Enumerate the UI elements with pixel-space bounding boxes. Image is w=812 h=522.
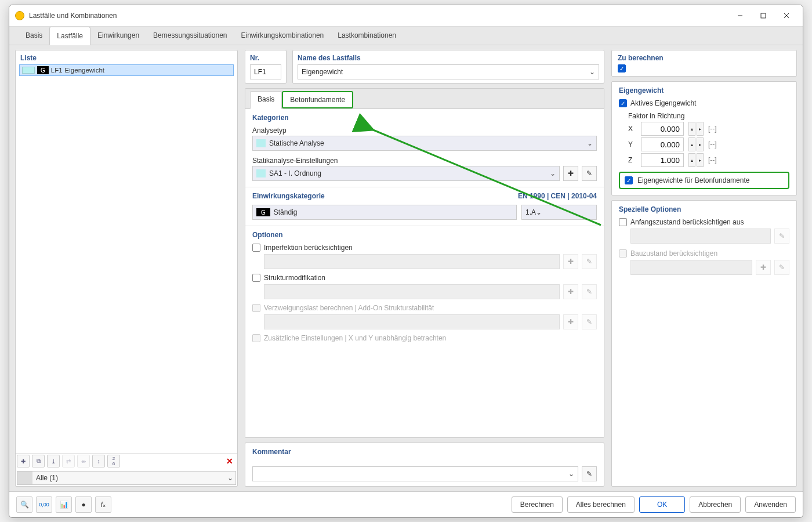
fundamente-checkbox[interactable] [625, 176, 633, 184]
renumber-icon[interactable]: ↕ [92, 455, 105, 467]
subcategory-select[interactable]: 1.A ⌄ [521, 205, 597, 220]
category-code: G [256, 208, 270, 216]
kommentar-edit-icon[interactable]: ✎ [582, 466, 597, 481]
zuberechnen-checkbox[interactable] [618, 64, 626, 72]
spezielle-title: Spezielle Optionen [619, 205, 789, 213]
chevron-down-icon: ⌄ [587, 139, 593, 147]
edit-icon: ✎ [774, 229, 789, 244]
z-input[interactable] [641, 153, 684, 167]
category-chip: G [37, 66, 49, 74]
tab-einwirkungen[interactable]: Einwirkungen [90, 27, 146, 45]
titlebar: Lastfälle und Kombinationen [9, 5, 803, 27]
insert-icon[interactable]: ⤓ [47, 455, 60, 467]
minimize-button[interactable] [730, 9, 751, 23]
script-icon[interactable]: fₓ [95, 496, 111, 513]
step-icon[interactable]: ▸ [697, 122, 704, 136]
anfang-field [630, 229, 771, 244]
statik-select[interactable]: SA1 - I. Ordnung ⌄ [252, 166, 560, 181]
y-input[interactable] [641, 137, 684, 151]
name-value: Eigengewicht [302, 68, 343, 76]
chevron-down-icon: ⌄ [225, 474, 235, 482]
new-icon[interactable]: ✚ [17, 455, 30, 467]
window-title: Lastfälle und Kombinationen [29, 12, 730, 20]
name-dropdown[interactable]: Eigengewicht ⌄ [298, 64, 599, 79]
einwirkung-title: Einwirkungskategorie [252, 192, 325, 200]
imperfektion-label: Imperfektion berücksichtigen [264, 244, 353, 252]
verzweigung-field [264, 314, 560, 329]
record-icon[interactable]: ● [75, 496, 92, 513]
dialog-window: Lastfälle und Kombinationen Basis Lastfä… [9, 5, 803, 518]
x-input[interactable] [641, 122, 684, 136]
anfang-checkbox[interactable] [619, 218, 627, 226]
copy-icon[interactable]: ⧉ [32, 455, 45, 467]
chevron-down-icon: ⌄ [568, 470, 574, 478]
edit-icon: ✎ [582, 314, 597, 329]
link-icon[interactable]: ⇄ [62, 455, 75, 467]
zusatz-label: Zusätzliche Einstellungen | X und Y unab… [264, 334, 446, 342]
edit-icon: ✎ [582, 284, 597, 299]
tab-basis[interactable]: Basis [19, 27, 49, 45]
fundamente-highlight: Eigengewichte für Betonfundamente [619, 172, 789, 189]
units-icon[interactable]: 0,00 [36, 496, 52, 513]
fundamente-label: Eigengewichte für Betonfundamente [637, 176, 749, 184]
new-icon: ✚ [563, 284, 578, 299]
dialog-footer: 🔍 0,00 📊 ● fₓ Berechnen Alles berechnen … [9, 491, 803, 517]
step-icon[interactable]: ▸ [697, 153, 704, 167]
anfang-label: Anfangszustand berücksichtigen aus [630, 218, 744, 226]
app-icon [15, 11, 24, 20]
berechnen-button[interactable]: Berechnen [512, 496, 563, 513]
help-icon[interactable]: 🔍 [16, 496, 32, 513]
anwenden-button[interactable]: Anwenden [745, 496, 796, 513]
color-swatch [22, 67, 35, 74]
spinner-up-icon[interactable]: ▴ [688, 153, 695, 167]
delete-icon[interactable]: ✕ [223, 455, 236, 467]
subtab-betonfundamente[interactable]: Betonfundamente [282, 91, 353, 108]
analysetyp-label: Analysetyp [252, 126, 597, 135]
subtab-strip: Basis Betonfundamente [245, 89, 604, 109]
abbrechen-button[interactable]: Abbrechen [690, 496, 741, 513]
name-label: Name des Lastfalls [298, 54, 599, 62]
filter-swatch [17, 472, 32, 484]
aktiv-checkbox[interactable] [619, 99, 627, 107]
imperfektion-checkbox[interactable] [252, 244, 260, 252]
tab-bemessung[interactable]: Bemessungssituationen [146, 27, 234, 45]
tab-lastfaelle[interactable]: Lastfälle [49, 27, 90, 45]
standard-label: EN 1990 | CEN | 2010-04 [518, 192, 597, 200]
list-item[interactable]: G LF1 Eigengewicht [19, 64, 234, 76]
analysetyp-value: Statische Analyse [269, 139, 587, 147]
main-tabstrip: Basis Lastfälle Einwirkungen Bemessungss… [9, 27, 803, 45]
kommentar-input[interactable]: ⌄ [252, 466, 578, 481]
spinner-up-icon[interactable]: ▴ [688, 122, 695, 136]
subtab-basis[interactable]: Basis [250, 91, 282, 109]
category-name: Ständig [274, 208, 298, 216]
faktor-label: Faktor in Richtung [628, 112, 789, 120]
tab-lastkomb[interactable]: Lastkombinationen [331, 27, 403, 45]
spinner-up-icon[interactable]: ▴ [688, 137, 695, 151]
maximize-button[interactable] [753, 9, 774, 23]
x-label: X [628, 125, 636, 133]
tab-einwirkkomb[interactable]: Einwirkungskombinationen [234, 27, 331, 45]
sort-icon[interactable]: 26 [107, 455, 120, 467]
type-swatch [256, 169, 266, 177]
alles-berechnen-button[interactable]: Alles berechnen [567, 496, 635, 513]
edit-icon: ✎ [774, 260, 789, 275]
category-select[interactable]: G Ständig [252, 205, 517, 220]
unit-label: [--] [708, 140, 717, 148]
analysetyp-select[interactable]: Statische Analyse ⌄ [252, 136, 597, 151]
aktiv-label: Aktives Eigengewicht [630, 99, 696, 107]
nr-input[interactable] [250, 64, 281, 79]
strukturmod-checkbox[interactable] [252, 274, 260, 282]
ok-button[interactable]: OK [639, 496, 685, 513]
bau-field [630, 260, 752, 275]
filter-text: Alle (1) [32, 474, 225, 482]
edit-settings-icon[interactable]: ✎ [582, 166, 597, 181]
filter-combo[interactable]: Alle (1) ⌄ [17, 471, 236, 485]
list-toolbar: ✚ ⧉ ⤓ ⇄ ⇹ ↕ 26 ✕ [16, 453, 237, 469]
close-button[interactable] [776, 9, 797, 23]
svg-rect-1 [761, 13, 766, 18]
details-icon[interactable]: 📊 [56, 496, 72, 513]
step-icon[interactable]: ▸ [697, 137, 704, 151]
edit-icon: ✎ [582, 254, 597, 269]
new-settings-icon[interactable]: ✚ [563, 166, 578, 181]
unlink-icon[interactable]: ⇹ [77, 455, 90, 467]
